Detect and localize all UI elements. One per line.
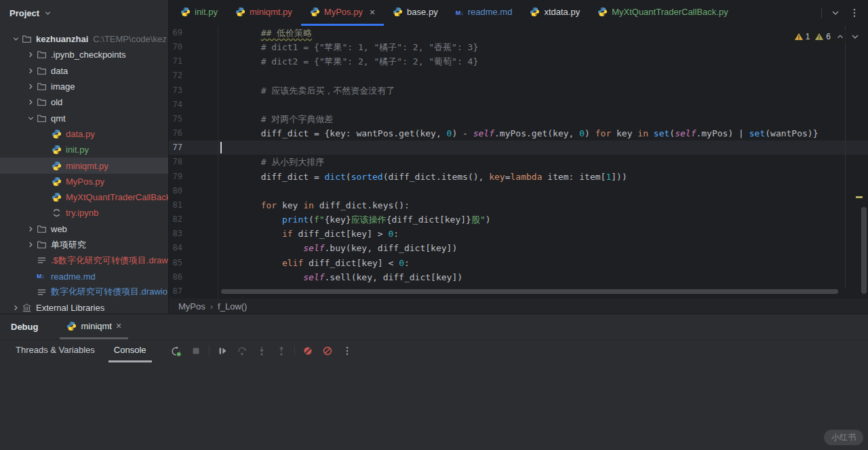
line-number[interactable]: 76 (169, 126, 218, 140)
tab-threads-variables[interactable]: Threads & Variables (10, 340, 100, 362)
code-text: # 对两个字典做差 (218, 112, 868, 126)
warning-indicator[interactable]: 1 (794, 32, 810, 41)
tree-item-external-libraries[interactable]: External Libraries (0, 300, 168, 314)
folder-icon (37, 81, 50, 92)
editor-tab-init-py[interactable]: init.py (172, 0, 226, 26)
line-number[interactable]: 87 (169, 284, 218, 299)
tree-item-qmt[interactable]: qmt (0, 110, 168, 126)
code-text (218, 98, 868, 112)
line-number[interactable]: 84 (169, 241, 218, 255)
line-number[interactable]: 77 (169, 140, 218, 155)
line-number[interactable]: 70 (169, 40, 218, 54)
editor-tab-mypos-py[interactable]: MyPos.py× (301, 0, 384, 26)
more-options-icon[interactable] (340, 344, 354, 358)
line-number[interactable]: 78 (169, 155, 218, 169)
editor-tab-miniqmt-py[interactable]: miniqmt.py (226, 0, 301, 26)
editor-tab-base-py[interactable]: base.py (384, 0, 447, 26)
chevron-right-icon[interactable] (24, 81, 37, 92)
chevron-right-icon[interactable] (24, 50, 37, 60)
tree-item-miniqmt-py[interactable]: miniqmt.py (0, 157, 168, 173)
chevron-right-icon[interactable] (9, 303, 22, 313)
step-out-icon[interactable] (275, 344, 288, 358)
line-number[interactable]: 73 (169, 83, 218, 98)
close-icon[interactable]: × (116, 320, 121, 331)
editor-tab-xtdata-py[interactable]: xtdata.py (521, 0, 589, 26)
chevron-right-icon[interactable] (24, 240, 37, 250)
tree-item-data-py[interactable]: data.py (0, 126, 168, 142)
tree-item-label: try.ipynb (66, 208, 98, 218)
breadcrumb-class[interactable]: MyPos (178, 301, 205, 312)
debug-session-label: miniqmt (81, 321, 112, 331)
vertical-scrollbar[interactable] (861, 207, 867, 294)
horizontal-scrollbar[interactable] (221, 289, 838, 294)
warning-stripe-marker[interactable] (856, 196, 863, 198)
resume-icon[interactable] (216, 344, 229, 358)
line-number[interactable]: 83 (169, 227, 218, 241)
tree-item-数字化研究可转债项目-drawio[interactable]: 数字化研究可转债项目.drawio (0, 284, 168, 300)
line-number[interactable]: 71 (169, 54, 218, 69)
line-number[interactable]: 75 (169, 112, 218, 126)
line-number[interactable]: 86 (169, 270, 218, 284)
stop-icon[interactable] (189, 344, 203, 358)
tab-label: init.py (195, 7, 218, 17)
inspections-widget[interactable]: 1 6 (792, 31, 863, 43)
editor-tab-myxtquanttradercallback-py[interactable]: MyXtQuantTraderCallBack.py (589, 0, 736, 26)
weak-warning-indicator[interactable]: 6 (814, 32, 831, 41)
debug-session-tab[interactable]: miniqmt × (60, 314, 128, 339)
tree-item-单项研究[interactable]: 单项研究 (0, 237, 168, 252)
tree-item-image[interactable]: image (0, 79, 168, 94)
python-icon (52, 192, 64, 202)
code-editor[interactable]: 69 ## 低价策略70 # dict1 = {"苹果": 1, "橘子": 2… (169, 26, 868, 299)
mute-breakpoints-icon[interactable] (301, 344, 315, 358)
tab-label: MyPos.py (324, 7, 363, 17)
tree-item-label: 单项研究 (51, 239, 86, 251)
tree-item-web[interactable]: web (0, 221, 168, 237)
tree-item-label: kezhuanzhai (36, 34, 88, 44)
more-options-icon[interactable] (849, 7, 860, 18)
line-number[interactable]: 79 (169, 170, 218, 184)
chevron-down-icon[interactable] (24, 113, 37, 124)
chevron-down-icon[interactable] (9, 34, 22, 44)
chevron-right-icon[interactable] (24, 66, 37, 76)
tree-item--ipynb-checkpoints[interactable]: .ipynb_checkpoints (0, 47, 168, 62)
line-number[interactable]: 72 (169, 69, 218, 83)
step-over-icon[interactable] (235, 344, 249, 358)
tree-item--数字化研究可转债项目-drawio[interactable]: .$数字化研究可转债项目.drawio (0, 252, 168, 268)
chevron-right-icon[interactable] (24, 97, 37, 107)
line-number[interactable]: 82 (169, 212, 218, 227)
code-line-76: 76 diff_dict = {key: wantPos.get(key, 0)… (169, 126, 868, 140)
breadcrumb-method[interactable]: f_Low() (218, 301, 247, 312)
chevron-right-icon[interactable] (24, 224, 37, 234)
editor-tab-bar: init.pyminiqmt.pyMyPos.py×base.pyM↓readm… (169, 0, 868, 26)
toolbar-divider (209, 345, 210, 356)
line-number[interactable]: 81 (169, 198, 218, 212)
python-icon (180, 7, 191, 17)
tree-item-try-ipynb[interactable]: try.ipynb (0, 205, 168, 221)
tree-item-init-py[interactable]: init.py (0, 142, 168, 157)
tab-console[interactable]: Console (108, 340, 152, 362)
chevron-down-icon[interactable] (830, 7, 841, 18)
line-number[interactable]: 85 (169, 256, 218, 270)
line-number[interactable]: 69 (169, 26, 218, 40)
tree-item-label: .ipynb_checkpoints (51, 50, 126, 60)
chevron-down-icon[interactable] (850, 31, 861, 42)
step-into-icon[interactable] (255, 344, 269, 358)
tree-item-mypos-py[interactable]: MyPos.py (0, 174, 168, 189)
hard-wrap-guide (845, 26, 846, 288)
tree-item-old[interactable]: old (0, 94, 168, 110)
view-breakpoints-icon[interactable] (321, 344, 334, 358)
code-line-84: 84 self.buy(key, diff_dict[key]) (169, 241, 868, 255)
python-icon (52, 161, 64, 171)
tree-item-label: old (51, 97, 62, 107)
rerun-debug-icon[interactable] (170, 344, 183, 358)
tree-item-data[interactable]: data (0, 63, 168, 79)
project-header[interactable]: Project (0, 0, 168, 26)
editor-tab-readme-md[interactable]: M↓readme.md (447, 0, 521, 26)
tree-item-readme-md[interactable]: M↓readme.md (0, 268, 168, 284)
tree-item-kezhuanzhai[interactable]: kezhuanzhaiC:\TEMP\code\kez (0, 31, 168, 47)
line-number[interactable]: 80 (169, 184, 218, 198)
close-icon[interactable]: × (370, 7, 375, 17)
tree-item-myxtquanttradercallback[interactable]: MyXtQuantTraderCallBack (0, 189, 168, 205)
line-number[interactable]: 74 (169, 98, 218, 112)
chevron-up-icon[interactable] (835, 32, 845, 41)
